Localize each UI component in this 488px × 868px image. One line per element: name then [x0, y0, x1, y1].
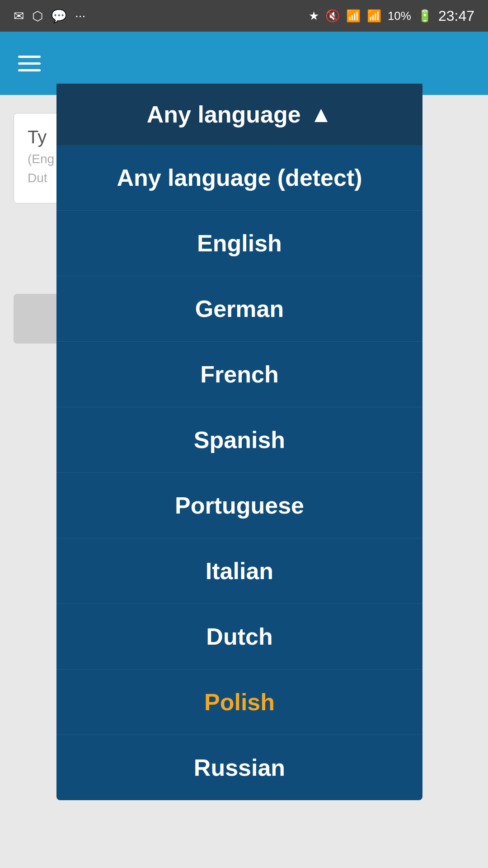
dropdown-item-label-english: English	[197, 230, 282, 256]
messenger-icon: 💬	[51, 9, 67, 24]
language-dropdown: Any language ▲ Any language (detect) Eng…	[56, 84, 422, 800]
mute-icon: 🔇	[325, 9, 340, 23]
dropdown-item-english[interactable]: English	[56, 210, 422, 276]
dropdown-item-label-french: French	[200, 361, 278, 387]
wifi-icon: 📶	[346, 9, 361, 23]
status-bar-right: ★ 🔇 📶 📶 10% 🔋 23:47	[309, 8, 474, 24]
instagram-icon: ⬡	[32, 9, 43, 24]
dropdown-item-any-detect[interactable]: Any language (detect)	[56, 145, 422, 210]
more-icon: ···	[75, 9, 85, 23]
battery-percent: 10%	[388, 9, 411, 23]
status-time: 23:47	[438, 8, 474, 24]
dropdown-item-label-polish: Polish	[204, 689, 275, 715]
chevron-up-icon: ▲	[310, 103, 333, 126]
dropdown-item-italian[interactable]: Italian	[56, 538, 422, 604]
dropdown-item-label-spanish: Spanish	[194, 427, 285, 453]
status-bar: ✉ ⬡ 💬 ··· ★ 🔇 📶 📶 10% 🔋 23:47	[0, 0, 488, 32]
dropdown-item-label-portuguese: Portuguese	[175, 492, 304, 519]
dropdown-items-list: Any language (detect) English German Fre…	[56, 145, 422, 800]
dropdown-header-text: Any language	[147, 101, 301, 128]
dropdown-item-german[interactable]: German	[56, 276, 422, 341]
dropdown-item-label-any-detect: Any language (detect)	[117, 165, 362, 191]
battery-icon: 🔋	[418, 9, 432, 23]
dropdown-item-dutch[interactable]: Dutch	[56, 604, 422, 669]
dropdown-item-polish[interactable]: Polish	[56, 669, 422, 735]
dropdown-item-french[interactable]: French	[56, 341, 422, 407]
gmail-icon: ✉	[14, 9, 24, 24]
dropdown-item-russian[interactable]: Russian	[56, 735, 422, 800]
status-bar-left: ✉ ⬡ 💬 ···	[14, 9, 85, 24]
dropdown-item-label-dutch: Dutch	[206, 623, 272, 650]
dropdown-item-label-italian: Italian	[206, 558, 273, 584]
dropdown-item-portuguese[interactable]: Portuguese	[56, 472, 422, 538]
dropdown-header[interactable]: Any language ▲	[56, 84, 422, 145]
signal-icon: 📶	[367, 9, 381, 23]
dropdown-item-label-german: German	[195, 296, 284, 322]
hamburger-menu-button[interactable]	[18, 56, 41, 71]
dropdown-item-spanish[interactable]: Spanish	[56, 407, 422, 472]
dropdown-item-label-russian: Russian	[194, 755, 285, 781]
bluetooth-icon: ★	[309, 9, 319, 23]
